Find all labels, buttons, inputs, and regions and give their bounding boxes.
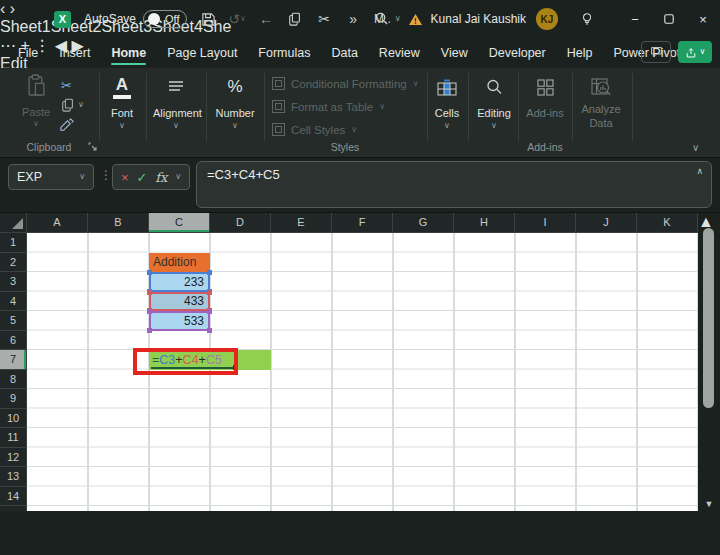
formula-bar-grip[interactable]: ⋮ <box>100 168 112 182</box>
maximize-button[interactable] <box>652 0 686 38</box>
row-header-15[interactable]: 15 <box>0 506 27 511</box>
clipboard-dialog-launcher[interactable] <box>88 142 97 151</box>
lightbulb-icon[interactable] <box>580 12 594 26</box>
menu-tab-review[interactable]: Review <box>379 41 420 66</box>
row-header-6[interactable]: 6 <box>0 331 27 351</box>
expand-formula-bar-button[interactable]: ∧ <box>696 166 703 176</box>
column-header-B[interactable]: B <box>88 213 149 233</box>
autosave-toggle[interactable]: AutoSave Off <box>84 10 187 28</box>
formula-bar-input[interactable]: =C3+C4+C5 ∧ <box>196 161 712 208</box>
menu-tab-developer[interactable]: Developer <box>489 41 546 66</box>
editing-menu-button[interactable]: Editing ∨ <box>471 73 517 130</box>
ribbon-tab-bar: FileInsertHomePage LayoutFormulasDataRev… <box>0 38 720 68</box>
paste-button[interactable]: Paste ∨ <box>14 73 58 128</box>
menu-tab-help[interactable]: Help <box>567 41 593 66</box>
styles-item-conditional-formatting[interactable]: Conditional Formatting∨ <box>272 72 419 95</box>
close-button[interactable]: × <box>686 0 720 38</box>
styles-item-format-as-table[interactable]: Format as Table∨ <box>272 95 419 118</box>
chevron-down-icon: ∨ <box>351 126 357 134</box>
row-header-11[interactable]: 11 <box>0 428 27 448</box>
column-header-G[interactable]: G <box>393 213 454 233</box>
insert-function-button[interactable]: fx <box>155 170 167 185</box>
formula-bar-row: EXP ∨ ⋮ × ✓ fx ∨ =C3+C4+C5 ∧ <box>0 158 720 213</box>
copy-ribbon-button[interactable]: ∨ <box>61 98 84 112</box>
row-header-2[interactable]: 2 <box>0 253 27 273</box>
cut-ribbon-button[interactable]: ✂ <box>61 78 72 93</box>
row-header-12[interactable]: 12 <box>0 448 27 468</box>
cells-menu-button[interactable]: Cells ∨ <box>424 73 470 130</box>
row-header-4[interactable]: 4 <box>0 292 27 312</box>
confirm-entry-button[interactable]: ✓ <box>136 170 147 185</box>
share-button[interactable]: ∨ <box>678 41 712 63</box>
cell-C4[interactable]: 433 <box>149 292 210 312</box>
row-header-3[interactable]: 3 <box>0 272 27 292</box>
name-box[interactable]: EXP ∨ <box>8 164 94 190</box>
font-menu-button[interactable]: A Font ∨ <box>99 73 145 130</box>
excel-window: X AutoSave Off ↺∨ ← ✂ » M..∨ <box>0 0 720 555</box>
styles-item-icon <box>272 123 285 136</box>
menu-tab-data[interactable]: Data <box>331 41 357 66</box>
cut-button[interactable]: ✂ <box>316 11 332 27</box>
analyze-data-button[interactable]: AnalyzeData <box>578 73 624 131</box>
menu-tab-insert[interactable]: Insert <box>59 41 90 66</box>
styles-item-cell-styles[interactable]: Cell Styles∨ <box>272 118 419 141</box>
row-header-10[interactable]: 10 <box>0 409 27 429</box>
menu-tab-home[interactable]: Home <box>111 41 146 66</box>
comments-button[interactable] <box>641 41 671 63</box>
addins-button[interactable]: Add-ins <box>522 73 568 119</box>
cancel-entry-button[interactable]: × <box>121 170 129 185</box>
alignment-menu-button[interactable]: Alignment ∨ <box>153 73 199 130</box>
cell-C3[interactable]: 233 <box>149 272 210 292</box>
row-header-8[interactable]: 8 <box>0 370 27 390</box>
column-header-H[interactable]: H <box>454 213 515 233</box>
column-header-D[interactable]: D <box>210 213 271 233</box>
vertical-scrollbar[interactable]: ▲ ▼ <box>698 213 720 511</box>
autosave-switch[interactable]: Off <box>143 10 187 28</box>
percent-icon: % <box>227 77 242 97</box>
row-header-14[interactable]: 14 <box>0 487 27 507</box>
cell-C5[interactable]: 533 <box>149 311 210 331</box>
column-header-F[interactable]: F <box>332 213 393 233</box>
row-header-9[interactable]: 9 <box>0 389 27 409</box>
autosave-label: AutoSave <box>84 12 136 26</box>
select-all-button[interactable] <box>0 213 27 233</box>
column-header-K[interactable]: K <box>637 213 698 233</box>
avatar[interactable]: KJ <box>536 8 558 30</box>
warning-icon[interactable] <box>408 13 423 26</box>
menu-tab-file[interactable]: File <box>18 41 38 66</box>
name-box-value: EXP <box>17 170 79 184</box>
collapse-ribbon-button[interactable]: ∨ <box>692 142 699 153</box>
menu-tab-formulas[interactable]: Formulas <box>258 41 310 66</box>
save-button[interactable] <box>200 11 216 27</box>
undo-button[interactable]: ↺∨ <box>229 11 245 27</box>
copy-button[interactable] <box>287 11 303 27</box>
styles-item-label: Cell Styles <box>291 124 345 136</box>
column-header-I[interactable]: I <box>515 213 576 233</box>
row-header-13[interactable]: 13 <box>0 467 27 487</box>
cell-C2[interactable]: Addition <box>149 253 210 273</box>
menu-tab-page-layout[interactable]: Page Layout <box>167 41 237 66</box>
column-header-C[interactable]: C <box>149 213 210 233</box>
toolbar-overflow-button[interactable]: » <box>345 11 361 27</box>
format-painter-button[interactable] <box>59 118 74 133</box>
formula-buttons: × ✓ fx ∨ <box>112 164 190 190</box>
column-header-E[interactable]: E <box>271 213 332 233</box>
search-icon[interactable] <box>374 11 389 26</box>
redo-back-button[interactable]: ← <box>258 11 274 27</box>
font-icon: A <box>113 76 131 93</box>
menu-tab-view[interactable]: View <box>441 41 468 66</box>
vertical-scrollbar-thumb[interactable] <box>703 228 714 408</box>
autosave-state: Off <box>165 13 179 25</box>
column-header-J[interactable]: J <box>576 213 637 233</box>
column-header-A[interactable]: A <box>27 213 88 233</box>
number-menu-button[interactable]: % Number ∨ <box>212 73 258 130</box>
scroll-down-arrow[interactable]: ▼ <box>698 499 720 509</box>
cells-area[interactable] <box>27 233 698 511</box>
minimize-button[interactable]: − <box>618 0 652 38</box>
row-header-5[interactable]: 5 <box>0 311 27 331</box>
row-header-1[interactable]: 1 <box>0 233 27 253</box>
row-header-7[interactable]: 7 <box>0 350 27 370</box>
clipboard-group-label: Clipboard <box>10 141 88 153</box>
user-name[interactable]: Kunal Jai Kaushik <box>431 12 526 26</box>
styles-item-label: Conditional Formatting <box>291 78 407 90</box>
